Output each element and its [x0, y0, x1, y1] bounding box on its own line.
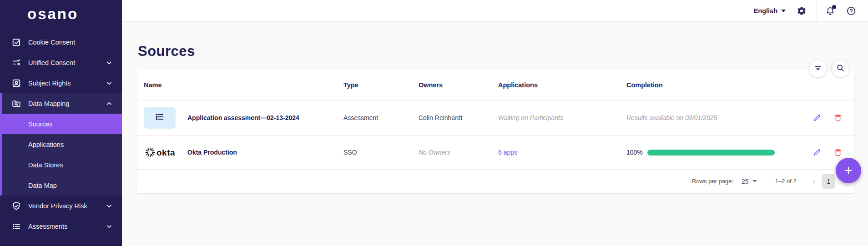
source-owners: Colin Reinhardt	[419, 114, 498, 121]
sidebar-item-label: Subject Rights	[28, 80, 71, 87]
topbar-divider	[817, 0, 817, 22]
chevron-down-icon	[106, 202, 113, 210]
assessment-tile	[144, 107, 176, 129]
column-header-name: Name	[144, 81, 343, 89]
source-type: Assessment	[343, 114, 419, 121]
sidebar-item-unified-consent[interactable]: Unified Consent	[0, 52, 122, 73]
sidebar-item-cookie-consent[interactable]: Cookie Consent	[0, 32, 122, 52]
sidebar-item-label: Data Mapping	[28, 100, 69, 107]
source-name[interactable]: Application assessment—02-13-2024	[187, 114, 299, 121]
rows-per-page-value: 25	[742, 178, 749, 185]
sidebar-item-label: Cookie Consent	[28, 39, 75, 46]
sidebar-item-data-stores[interactable]: Data Stores	[0, 155, 122, 175]
person-card-icon	[11, 78, 22, 89]
column-header-applications: Applications	[498, 81, 626, 89]
sidebar-item-label: Data Stores	[28, 161, 63, 169]
sidebar-group-data-mapping: Data Mapping Sources Applications Data S…	[0, 93, 122, 196]
delete-trash-icon[interactable]	[833, 148, 843, 157]
top-bar: English	[122, 0, 868, 22]
search-button[interactable]	[832, 60, 849, 77]
list-icon	[11, 221, 22, 232]
column-header-completion: Completion	[626, 81, 801, 89]
table-row[interactable]: okta Okta Production SSO No Owners 6 app…	[136, 136, 854, 170]
page-number-button[interactable]: 1	[822, 174, 835, 189]
language-selector[interactable]: English	[754, 7, 786, 15]
consent-list-icon	[11, 57, 22, 68]
osano-logo: osano	[0, 0, 122, 23]
chevron-up-icon	[106, 100, 113, 107]
chevron-down-icon	[106, 59, 113, 66]
sidebar-item-subject-rights[interactable]: Subject Rights	[0, 73, 122, 93]
chevron-down-icon	[752, 180, 757, 182]
source-owners: No Owners	[419, 149, 498, 156]
okta-logo: okta	[144, 146, 176, 158]
pagination-range: 1–2 of 2	[775, 178, 797, 185]
bell-icon[interactable]	[825, 6, 835, 16]
sidebar-item-assessments[interactable]: Assessments	[0, 216, 122, 236]
table-row[interactable]: Application assessment—02-13-2024 Assess…	[136, 100, 854, 136]
source-name[interactable]: Okta Production	[187, 149, 237, 156]
rows-per-page-select[interactable]: 25	[742, 178, 757, 185]
table-header-row: Name Type Owners Applications Completion	[136, 70, 854, 100]
sidebar-nav: Cookie Consent Unified Consent	[0, 32, 122, 236]
apps-link[interactable]: 6 apps	[498, 149, 626, 156]
checkbox-check-icon	[11, 37, 22, 48]
completion-percent: 100%	[626, 149, 643, 156]
sidebar-item-vendor-privacy-risk[interactable]: Vendor Privacy Risk	[0, 196, 122, 216]
sidebar: osano Cookie Consent Unified Consent	[0, 0, 122, 246]
sidebar-item-label: Assessments	[28, 223, 67, 230]
column-header-owners: Owners	[419, 81, 498, 89]
sidebar-item-label: Applications	[28, 141, 64, 148]
search-icon	[836, 63, 845, 74]
edit-pencil-icon[interactable]	[812, 148, 822, 157]
rows-per-page-label: Rows per page:	[692, 178, 733, 185]
sidebar-item-data-map[interactable]: Data Map	[0, 175, 122, 196]
previous-page-button[interactable]: ‹	[813, 177, 816, 186]
gear-icon[interactable]	[797, 6, 807, 16]
table-pagination: Rows per page: 25 1–2 of 2 ‹ 1 ›	[136, 170, 854, 193]
folder-search-icon	[11, 98, 22, 109]
language-label: English	[754, 7, 777, 15]
chevron-down-icon	[106, 80, 113, 87]
assessment-list-icon	[154, 111, 165, 124]
chevron-down-icon	[781, 10, 786, 12]
page-title: Sources	[138, 43, 195, 60]
sidebar-item-applications[interactable]: Applications	[0, 134, 122, 155]
column-header-type: Type	[343, 81, 419, 89]
completion-progress-bar	[647, 150, 775, 156]
edit-pencil-icon[interactable]	[812, 113, 822, 122]
chevron-down-icon	[106, 223, 113, 230]
sidebar-item-sources[interactable]: Sources	[0, 114, 122, 134]
filter-button[interactable]	[809, 60, 827, 77]
sidebar-item-label: Sources	[28, 120, 52, 128]
help-icon[interactable]	[846, 6, 856, 16]
source-type: SSO	[343, 149, 419, 156]
sidebar-item-label: Data Map	[28, 182, 57, 189]
sources-table-card: Name Type Owners Applications Completion…	[136, 70, 854, 193]
add-source-button[interactable]: +	[836, 158, 861, 183]
delete-trash-icon[interactable]	[833, 113, 843, 122]
sidebar-item-data-mapping[interactable]: Data Mapping	[0, 93, 122, 114]
notification-dot	[832, 5, 836, 9]
svg-text:okta: okta	[156, 148, 175, 157]
filter-icon	[813, 63, 823, 74]
source-completion-status: Results available on 02/01/2025	[626, 114, 801, 121]
source-applications-status: Waiting on Participants	[498, 114, 626, 121]
shield-check-icon	[11, 201, 22, 211]
sidebar-item-label: Vendor Privacy Risk	[28, 202, 87, 210]
sidebar-item-label: Unified Consent	[28, 59, 75, 66]
